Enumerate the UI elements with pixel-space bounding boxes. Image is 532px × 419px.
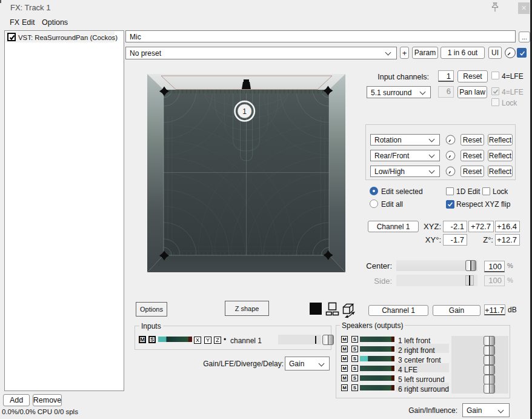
svg-text:1: 1 bbox=[242, 107, 247, 116]
